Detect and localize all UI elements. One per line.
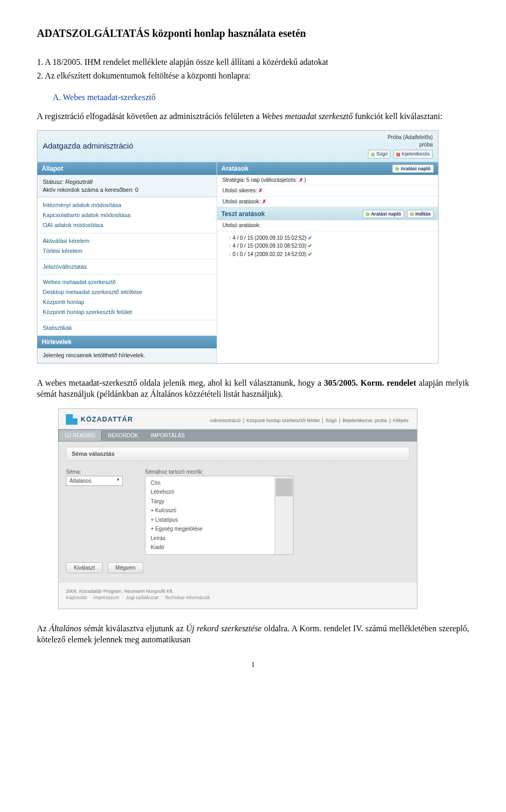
tab-rekordok[interactable]: REKORDOK [102, 429, 144, 442]
tab-importalas[interactable]: IMPORTÁLÁS [144, 429, 191, 442]
paragraph-2: A webes metaadat-szerkesztő oldala jelen… [37, 377, 469, 400]
section-hirlevelek: Hírlevelek [37, 336, 217, 348]
section-aratasok: Aratások Aratási napló [217, 162, 438, 175]
x-icon: ✗ [262, 199, 266, 204]
link-szerkesztoi-felulet[interactable]: Központi honlap szerkesztői felület [37, 307, 217, 317]
hirlevelek-body: Jelenleg nincsenek letölthető hírlevelek… [37, 348, 217, 363]
toplink-user: Bejelentkezve: proba [343, 418, 387, 423]
log-icon [366, 212, 369, 216]
play-icon [410, 212, 414, 216]
toplink-kilepes[interactable]: Kilépés [393, 418, 408, 423]
page-title: ADATSZOLGÁLTATÁS központi honlap használ… [37, 26, 469, 41]
section-allapot: Állapot [37, 162, 217, 175]
fields-listbox[interactable]: Cím Létrehozó Tárgy + Kulcsszó + Listatí… [145, 476, 294, 555]
top-link-bar: Adminisztráció | Központi honlap szerkes… [209, 414, 410, 424]
check-icon: ✔ [308, 235, 312, 241]
mezok-label: Sémához tartozó mezők: [145, 466, 294, 476]
list-item-2: 2. Az elkészített dokumentumok feltöltés… [37, 70, 469, 82]
logo: KÖZADATTÁR [66, 414, 133, 425]
link-statisztikak[interactable]: Statisztikák [37, 323, 217, 333]
toplink-szerkeszto[interactable]: Központi honlap szerkesztői felület [247, 418, 320, 423]
field-item: Leírás [145, 534, 293, 543]
toplink-sugo[interactable]: Súgó [326, 418, 337, 423]
harvest-row: ›4 / 0 / 15 (2009.09.10 15:02:52) ✔ [229, 234, 433, 242]
admin-title: Adatgazda adminisztráció [43, 141, 133, 151]
toplink-admin[interactable]: Adminisztráció [210, 418, 241, 423]
aratasi-naplo-button-2[interactable]: Aratási napló [363, 210, 404, 218]
field-item: Kiadó [145, 543, 293, 552]
footer-link-technikai[interactable]: Technikai információk [164, 595, 210, 600]
panel-title: Séma választás [66, 447, 410, 461]
inditas-button[interactable]: Indítás [407, 210, 434, 218]
link-webes-metaadat[interactable]: Webes metaadat szerkesztő [37, 277, 217, 287]
help-button[interactable]: Súgó [368, 150, 391, 158]
link-oai[interactable]: OAI adatok módosítása [37, 220, 217, 230]
link-kozponti-honlap[interactable]: Központi honlap [37, 297, 217, 307]
sub-heading-a: A. Webes metaadat-szerkesztő [53, 92, 469, 103]
field-item: Létrehozó [145, 487, 293, 497]
aratasi-naplo-button[interactable]: Aratási napló [392, 164, 434, 173]
x-icon: ✗ [258, 188, 262, 193]
link-torlesi[interactable]: Törlési kérelem [37, 246, 217, 256]
paragraph-1: A regisztráció elfogadását követően az a… [37, 111, 469, 122]
cancel-button[interactable]: Mégsem [108, 562, 143, 574]
x-icon: ✗ [299, 177, 303, 183]
link-aktivalasi[interactable]: Aktiválási kérelem [37, 236, 217, 246]
screenshot-kozadattar: KÖZADATTÁR Adminisztráció | Központi hon… [58, 408, 417, 609]
tab-uj-rekord[interactable]: ÚJ REKORD [59, 429, 102, 442]
logo-icon [66, 414, 77, 425]
logout-button[interactable]: Kijelentkezés [393, 150, 433, 158]
link-intezmenyi[interactable]: Intézményi adatok módosítása [37, 200, 217, 210]
scroll-thumb[interactable] [276, 478, 293, 496]
field-item: Cím [145, 478, 293, 488]
harvest-row: ›0 / 0 / 14 (2009.02.02 14:52:03) ✔ [229, 251, 433, 258]
scrollbar[interactable] [275, 476, 293, 554]
chevron-right-icon: › [229, 235, 230, 241]
footer-link-impresszum[interactable]: Impresszum [93, 595, 119, 600]
select-button[interactable]: Kiválaszt [66, 562, 103, 574]
chevron-right-icon: › [229, 243, 230, 249]
field-item: + Listatípus [145, 515, 293, 525]
numbered-list: 1. A 18/2005. IHM rendelet melléklete al… [37, 56, 469, 81]
harvest-row: ›4 / 0 / 15 (2009.09.10 08:52:03) ✔ [229, 242, 433, 250]
section-teszt: Teszt aratások Aratási napló Indítás [217, 207, 438, 220]
log-icon [395, 167, 399, 171]
chevron-right-icon: › [229, 251, 230, 257]
link-desktop-letoltes[interactable]: Desktop metaadat szerkesztő letöltése [37, 287, 217, 297]
field-item: + Egység megjelölése [145, 524, 293, 534]
paragraph-3: Az Általános sémát kiválasztva eljutunk … [37, 623, 469, 645]
link-kapcsolattarto[interactable]: Kapcsolattartó adatok módosítása [37, 210, 217, 220]
check-icon: ✔ [308, 251, 312, 257]
field-item: Tárgy [145, 497, 293, 506]
help-icon [371, 153, 375, 156]
field-item: + Kulcsszó [145, 506, 293, 515]
footer: 2009, Közadattár Program, Neumann Nonpro… [59, 583, 417, 608]
list-item-1: 1. A 18/2005. IHM rendelet melléklete al… [37, 56, 469, 68]
footer-link-jogi[interactable]: Jogi nyilatkozat [126, 595, 159, 600]
link-jelszo[interactable]: Jelszóváltoztatás [37, 262, 217, 272]
logout-icon [396, 153, 400, 156]
check-icon: ✔ [308, 243, 312, 249]
screenshot-admin-panel: Adatgazda adminisztráció Próba (Adatfele… [37, 130, 439, 363]
footer-link-kapcsolat[interactable]: Kapcsolat [66, 595, 87, 600]
sema-label: Séma: [66, 466, 134, 476]
sema-select[interactable]: Általános [66, 476, 123, 486]
page-number: 1 [37, 660, 469, 670]
